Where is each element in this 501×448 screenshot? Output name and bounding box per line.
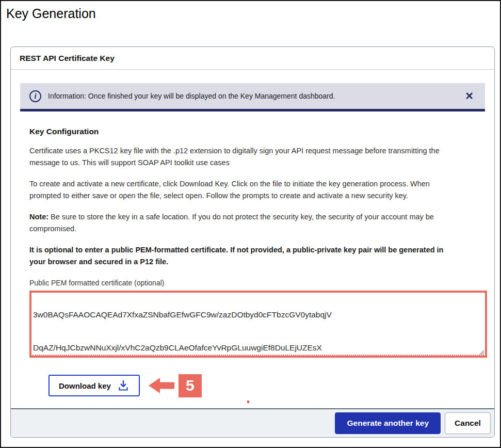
pem-line: 3w0BAQsFAAOCAQEAd7XfxaZSNbafGEfwGFC9w/za… xyxy=(33,309,485,321)
step-number-badge: 5 xyxy=(179,374,202,397)
paragraph-line: Certificate uses a PKCS12 key file with … xyxy=(29,145,476,157)
panel-body: i Information: Once finished your key wi… xyxy=(11,70,494,408)
paragraph-line: message to us. This will support SOAP AP… xyxy=(29,157,476,169)
textarea-resize-handle[interactable] xyxy=(478,349,484,355)
download-key-row: Download key 5 xyxy=(49,374,476,397)
red-dot-artifact xyxy=(247,401,249,403)
download-key-button[interactable]: Download key xyxy=(49,375,140,396)
paragraph-line: It is optional to enter a public PEM-for… xyxy=(29,244,476,256)
panel-footer: Generate another key Cancel xyxy=(11,408,494,437)
page-title: Key Generation xyxy=(6,6,96,21)
certificate-description-paragraph: Certificate uses a PKCS12 key file with … xyxy=(29,145,476,169)
panel-header-title: REST API Certificate Key xyxy=(11,47,494,70)
pem-certificate-value: 3w0BAQsFAAOCAQEAd7XfxaZSNbafGEfwGFC9w/za… xyxy=(31,291,485,358)
paragraph-line: To create and activate a new certificate… xyxy=(29,178,476,190)
note-text: Be sure to store the key in a safe locat… xyxy=(49,213,434,221)
note-label: Note: xyxy=(29,213,49,221)
info-icon: i xyxy=(29,90,41,102)
spellcheck-underline xyxy=(33,355,484,356)
information-banner: i Information: Once finished your key wi… xyxy=(20,83,485,111)
pem-certificate-textarea[interactable]: 3w0BAQsFAAOCAQEAd7XfxaZSNbafGEfwGFC9w/za… xyxy=(29,291,487,358)
optional-pem-paragraph: It is optional to enter a public PEM-for… xyxy=(29,244,476,268)
key-generation-page: { "page": { "title": "Key Generation" },… xyxy=(0,0,501,448)
pem-certificate-label: Public PEM formatted certificate (option… xyxy=(29,279,476,287)
information-banner-text: Information: Once finished your key will… xyxy=(48,92,335,100)
paragraph-line: Note: Be sure to store the key in a safe… xyxy=(29,211,476,223)
download-key-label: Download key xyxy=(59,381,111,390)
paragraph-line: your browser and secured in a P12 file. xyxy=(29,256,476,268)
left-arrow-icon xyxy=(149,377,174,394)
generate-another-key-button[interactable]: Generate another key xyxy=(335,412,441,434)
paragraph-line: compromised. xyxy=(29,223,476,235)
cancel-button[interactable]: Cancel xyxy=(445,412,491,434)
key-configuration-section: Key Configuration Certificate uses a PKC… xyxy=(20,127,485,397)
paragraph-line: prompted to either save or open the file… xyxy=(29,190,476,202)
close-icon[interactable]: ✕ xyxy=(463,90,476,102)
download-icon xyxy=(117,379,130,392)
create-activate-paragraph: To create and activate a new certificate… xyxy=(29,178,476,202)
pem-line: DqAZ/HqJCbzwNNuXxjl/xVhC2aQzb9CLAeOfafce… xyxy=(33,342,485,354)
rest-api-certificate-key-panel: REST API Certificate Key i Information: … xyxy=(10,46,495,438)
section-title: Key Configuration xyxy=(29,127,476,136)
note-paragraph: Note: Be sure to store the key in a safe… xyxy=(29,211,476,235)
